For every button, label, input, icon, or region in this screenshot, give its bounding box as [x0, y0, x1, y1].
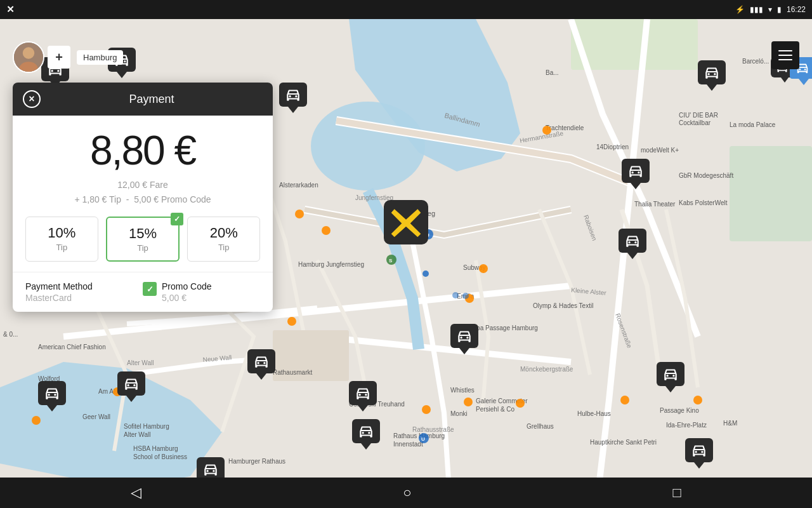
payment-method-title: Payment Method — [25, 281, 143, 291]
svg-text:Cocktailbar: Cocktailbar — [679, 119, 711, 126]
signal-icon: ▮▮▮ — [750, 5, 763, 14]
tip-15-button[interactable]: ✓ 15% Tip — [106, 217, 180, 262]
svg-point-94 — [629, 241, 631, 243]
svg-text:H&M: H&M — [723, 420, 737, 427]
svg-point-82 — [422, 271, 429, 277]
tip-20-button[interactable]: 20% Tip — [187, 217, 260, 262]
home-button[interactable]: ○ — [403, 485, 411, 501]
svg-point-70 — [322, 226, 331, 235]
svg-point-78 — [464, 398, 473, 406]
tip-check-icon: ✓ — [171, 213, 183, 225]
taxi-marker-10[interactable] — [685, 438, 713, 470]
svg-text:U: U — [421, 436, 425, 442]
status-bar: ✕ ⚡ ▮▮▮ ▾ ▮ 16:22 — [0, 0, 812, 19]
svg-text:Rathausmarkt: Rathausmarkt — [273, 369, 312, 376]
svg-point-109 — [213, 470, 214, 472]
bluetooth-icon: ⚡ — [735, 5, 745, 14]
svg-text:HSBA Hamburg: HSBA Hamburg — [133, 445, 178, 452]
svg-text:Olymp & Hades Textil: Olymp & Hades Textil — [533, 302, 593, 309]
svg-point-93 — [638, 171, 639, 173]
payment-method-value: MasterCard — [25, 293, 143, 303]
svg-point-107 — [701, 451, 703, 453]
battery-icon: ▮ — [777, 5, 782, 14]
svg-point-104 — [359, 394, 361, 396]
svg-text:Persiehl & Co: Persiehl & Co — [476, 406, 515, 413]
promo-code-section[interactable]: ✓ Promo Code 5,00 € — [143, 281, 260, 303]
svg-text:Grellhaus: Grellhaus — [527, 423, 554, 430]
svg-point-1 — [311, 102, 425, 190]
svg-text:Monki: Monki — [450, 410, 468, 417]
svg-point-96 — [461, 337, 462, 338]
payment-body: 8,80 € 12,00 € Fare + 1,80 € Tip - 5,00 … — [13, 116, 273, 272]
menu-button[interactable] — [771, 41, 799, 69]
svg-point-77 — [422, 405, 431, 414]
recent-apps-button[interactable]: □ — [673, 485, 681, 501]
svg-point-69 — [295, 210, 304, 218]
svg-point-76 — [620, 396, 629, 404]
svg-point-103 — [263, 362, 265, 364]
svg-point-84 — [462, 293, 469, 299]
svg-point-95 — [634, 241, 636, 243]
svg-point-71 — [479, 264, 488, 273]
avatar[interactable] — [13, 41, 44, 73]
svg-text:School of Business: School of Business — [133, 453, 187, 460]
svg-point-86 — [23, 47, 34, 58]
payment-title: Payment — [41, 93, 263, 106]
svg-point-120 — [362, 432, 364, 434]
svg-point-99 — [672, 375, 674, 377]
svg-point-100 — [128, 384, 129, 386]
taxi-marker-1[interactable] — [279, 83, 307, 114]
time-display: 16:22 — [787, 5, 806, 14]
svg-text:Ida-Ehre-Platz: Ida-Ehre-Platz — [666, 422, 707, 429]
svg-point-118 — [48, 394, 50, 396]
close-button[interactable]: × — [23, 90, 41, 108]
svg-text:La moda Palace: La moda Palace — [730, 121, 776, 128]
svg-point-75 — [516, 399, 525, 408]
taxi-marker-9[interactable] — [349, 381, 377, 413]
price-main: 8,80 € — [25, 128, 260, 173]
svg-point-72 — [542, 126, 551, 135]
tip-10-button[interactable]: 10% Tip — [25, 217, 98, 262]
svg-text:Hauptkirche Sankt Petri: Hauptkirche Sankt Petri — [590, 439, 657, 446]
taxi-marker-17[interactable] — [352, 419, 380, 451]
add-destination-button[interactable]: + — [48, 46, 70, 69]
svg-text:Hulbe-Haus: Hulbe-Haus — [577, 410, 611, 417]
map-container: Ballindamm Jungfernstieg Hermannstraße R… — [0, 19, 812, 508]
svg-text:GbR Modegeschäft: GbR Modegeschäft — [679, 172, 733, 179]
svg-point-106 — [695, 451, 697, 453]
svg-point-88 — [289, 95, 291, 97]
payment-panel: × Payment 8,80 € 12,00 € Fare + 1,80 € T… — [13, 83, 273, 312]
map-navigation: + Hamburg — [0, 38, 812, 76]
svg-point-83 — [452, 292, 459, 298]
svg-text:modeWelt K+: modeWelt K+ — [641, 147, 679, 154]
taxi-marker-7[interactable] — [117, 371, 145, 403]
svg-text:Kabs PolsterWelt: Kabs PolsterWelt — [679, 199, 728, 206]
promo-code-value: 5,00 € — [162, 293, 212, 303]
taxi-marker-16[interactable] — [38, 381, 66, 413]
svg-text:S: S — [389, 258, 393, 264]
taxi-marker-8[interactable] — [247, 349, 275, 381]
svg-text:CIU' DIE BAR: CIU' DIE BAR — [679, 112, 718, 119]
taxi-marker-5[interactable] — [450, 324, 478, 356]
taxi-marker-3[interactable] — [622, 159, 650, 190]
svg-point-92 — [632, 171, 634, 173]
taxi-marker-4[interactable] — [619, 229, 646, 260]
svg-text:Alsterarkaden: Alsterarkaden — [279, 182, 318, 189]
svg-point-97 — [466, 337, 468, 338]
payment-header: × Payment — [13, 83, 273, 116]
back-button[interactable]: ◁ — [131, 485, 141, 501]
svg-text:American Chief Fashion: American Chief Fashion — [38, 344, 106, 351]
svg-text:Innenstadt: Innenstadt — [393, 441, 423, 448]
svg-point-102 — [258, 362, 259, 364]
svg-text:Thalia Theater: Thalia Theater — [634, 201, 676, 208]
svg-point-108 — [207, 470, 209, 472]
tip-options: 10% Tip ✓ 15% Tip 20% Tip — [25, 217, 260, 262]
svg-marker-122 — [391, 209, 421, 237]
svg-text:Trachtendiele: Trachtendiele — [546, 124, 584, 131]
svg-point-98 — [667, 375, 669, 377]
payment-method-section[interactable]: Payment Method MasterCard — [25, 281, 143, 303]
x-logo: ✕ — [6, 4, 15, 15]
location-label: Hamburg — [77, 50, 123, 65]
taxi-marker-6[interactable] — [657, 362, 684, 394]
svg-text:Whistles: Whistles — [450, 387, 475, 394]
